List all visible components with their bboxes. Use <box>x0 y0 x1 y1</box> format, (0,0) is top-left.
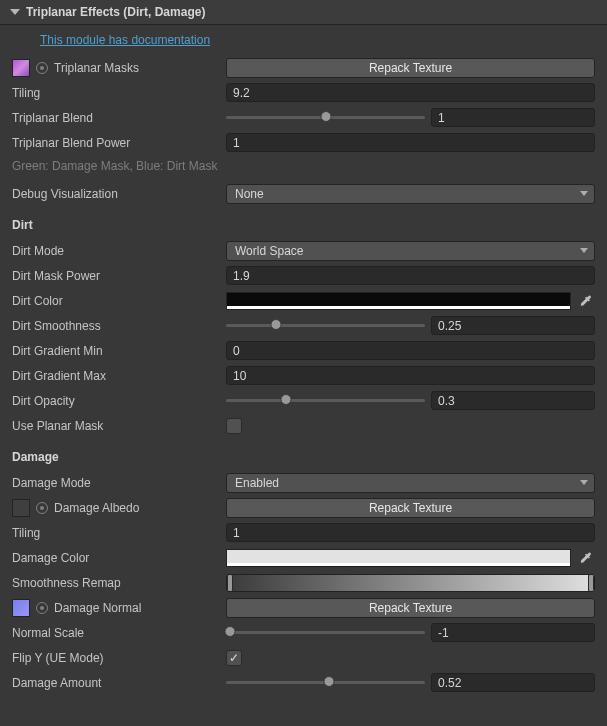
triplanar-blend-label: Triplanar Blend <box>12 111 93 125</box>
chevron-down-icon <box>580 191 588 196</box>
dirt-gradient-max-label: Dirt Gradient Max <box>12 369 106 383</box>
row-smoothness-remap: Smoothness Remap <box>12 572 595 593</box>
mask-hint-text: Green: Damage Mask, Blue: Dirt Mask <box>12 159 595 173</box>
dirt-gradient-max-input[interactable] <box>226 366 595 385</box>
triplanar-masks-texture-swatch[interactable] <box>12 59 30 77</box>
damage-tiling-input[interactable] <box>226 523 595 542</box>
dirt-mode-value: World Space <box>235 244 303 258</box>
label-col: Triplanar Masks <box>12 59 226 77</box>
row-use-planar-mask: Use Planar Mask <box>12 415 595 436</box>
use-planar-mask-label: Use Planar Mask <box>12 419 103 433</box>
dirt-mask-power-input[interactable] <box>226 266 595 285</box>
dirt-color-field[interactable] <box>226 292 571 310</box>
chevron-down-icon <box>580 480 588 485</box>
triplanar-blend-power-input[interactable] <box>226 133 595 152</box>
triplanar-blend-power-label: Triplanar Blend Power <box>12 136 130 150</box>
damage-normal-label: Damage Normal <box>54 601 141 615</box>
normal-scale-input[interactable] <box>431 623 595 642</box>
panel-header[interactable]: Triplanar Effects (Dirt, Damage) <box>0 0 607 25</box>
dirt-gradient-min-input[interactable] <box>226 341 595 360</box>
row-debug-visualization: Debug Visualization None <box>12 183 595 204</box>
row-damage-amount: Damage Amount <box>12 672 595 693</box>
row-dirt-gradient-max: Dirt Gradient Max <box>12 365 595 386</box>
row-dirt-mode: Dirt Mode World Space <box>12 240 595 261</box>
debug-visualization-select[interactable]: None <box>226 184 595 204</box>
triplanar-effects-panel: Triplanar Effects (Dirt, Damage) This mo… <box>0 0 607 707</box>
dirt-mode-label: Dirt Mode <box>12 244 64 258</box>
eyedropper-icon <box>579 551 593 565</box>
tiling-input[interactable] <box>226 83 595 102</box>
chevron-down-icon <box>580 248 588 253</box>
repack-texture-button[interactable]: Repack Texture <box>226 58 595 78</box>
damage-amount-slider[interactable] <box>226 673 425 693</box>
dirt-mask-power-label: Dirt Mask Power <box>12 269 100 283</box>
repack-texture-button-albedo[interactable]: Repack Texture <box>226 498 595 518</box>
object-picker-icon[interactable] <box>36 502 48 514</box>
dirt-gradient-min-label: Dirt Gradient Min <box>12 344 103 358</box>
dirt-mode-select[interactable]: World Space <box>226 241 595 261</box>
damage-tiling-label: Tiling <box>12 526 40 540</box>
row-damage-albedo: Damage Albedo Repack Texture <box>12 497 595 518</box>
damage-mode-label: Damage Mode <box>12 476 91 490</box>
dirt-color-label: Dirt Color <box>12 294 63 308</box>
damage-albedo-label: Damage Albedo <box>54 501 139 515</box>
row-damage-color: Damage Color <box>12 547 595 568</box>
damage-mode-value: Enabled <box>235 476 279 490</box>
row-dirt-color: Dirt Color <box>12 290 595 311</box>
object-picker-icon[interactable] <box>36 602 48 614</box>
tiling-label: Tiling <box>12 86 40 100</box>
documentation-link[interactable]: This module has documentation <box>40 33 595 47</box>
damage-albedo-texture-swatch[interactable] <box>12 499 30 517</box>
dirt-smoothness-input[interactable] <box>431 316 595 335</box>
damage-amount-label: Damage Amount <box>12 676 101 690</box>
eyedropper-button[interactable] <box>577 549 595 567</box>
damage-color-label: Damage Color <box>12 551 89 565</box>
row-dirt-smoothness: Dirt Smoothness <box>12 315 595 336</box>
debug-visualization-value: None <box>235 187 264 201</box>
panel-body: This module has documentation Triplanar … <box>0 25 607 707</box>
section-damage-title: Damage <box>12 450 595 464</box>
damage-amount-input[interactable] <box>431 673 595 692</box>
row-dirt-gradient-min: Dirt Gradient Min <box>12 340 595 361</box>
remap-right-handle[interactable] <box>588 574 594 592</box>
triplanar-blend-input[interactable] <box>431 108 595 127</box>
triplanar-blend-slider[interactable] <box>226 108 425 128</box>
row-dirt-opacity: Dirt Opacity <box>12 390 595 411</box>
row-triplanar-blend-power: Triplanar Blend Power <box>12 132 595 153</box>
smoothness-remap-label: Smoothness Remap <box>12 576 121 590</box>
row-damage-normal: Damage Normal Repack Texture <box>12 597 595 618</box>
dirt-opacity-label: Dirt Opacity <box>12 394 75 408</box>
row-triplanar-masks: Triplanar Masks Repack Texture <box>12 57 595 78</box>
row-triplanar-blend: Triplanar Blend <box>12 107 595 128</box>
eyedropper-icon <box>579 294 593 308</box>
section-dirt-title: Dirt <box>12 218 595 232</box>
smoothness-remap-slider[interactable] <box>226 574 595 592</box>
use-planar-mask-checkbox[interactable] <box>226 418 242 434</box>
normal-scale-slider[interactable] <box>226 623 425 643</box>
flip-y-label: Flip Y (UE Mode) <box>12 651 104 665</box>
flip-y-checkbox[interactable] <box>226 650 242 666</box>
panel-title: Triplanar Effects (Dirt, Damage) <box>26 5 205 19</box>
row-damage-tiling: Tiling <box>12 522 595 543</box>
damage-color-field[interactable] <box>226 549 571 567</box>
debug-visualization-label: Debug Visualization <box>12 187 118 201</box>
object-picker-icon[interactable] <box>36 62 48 74</box>
repack-texture-button-normal[interactable]: Repack Texture <box>226 598 595 618</box>
row-flip-y: Flip Y (UE Mode) <box>12 647 595 668</box>
row-tiling: Tiling <box>12 82 595 103</box>
row-damage-mode: Damage Mode Enabled <box>12 472 595 493</box>
dirt-smoothness-label: Dirt Smoothness <box>12 319 101 333</box>
dirt-opacity-input[interactable] <box>431 391 595 410</box>
triplanar-masks-label: Triplanar Masks <box>54 61 139 75</box>
foldout-arrow-icon <box>10 9 20 15</box>
row-normal-scale: Normal Scale <box>12 622 595 643</box>
remap-left-handle[interactable] <box>227 574 233 592</box>
dirt-opacity-slider[interactable] <box>226 391 425 411</box>
damage-normal-texture-swatch[interactable] <box>12 599 30 617</box>
dirt-smoothness-slider[interactable] <box>226 316 425 336</box>
damage-mode-select[interactable]: Enabled <box>226 473 595 493</box>
normal-scale-label: Normal Scale <box>12 626 84 640</box>
row-dirt-mask-power: Dirt Mask Power <box>12 265 595 286</box>
eyedropper-button[interactable] <box>577 292 595 310</box>
